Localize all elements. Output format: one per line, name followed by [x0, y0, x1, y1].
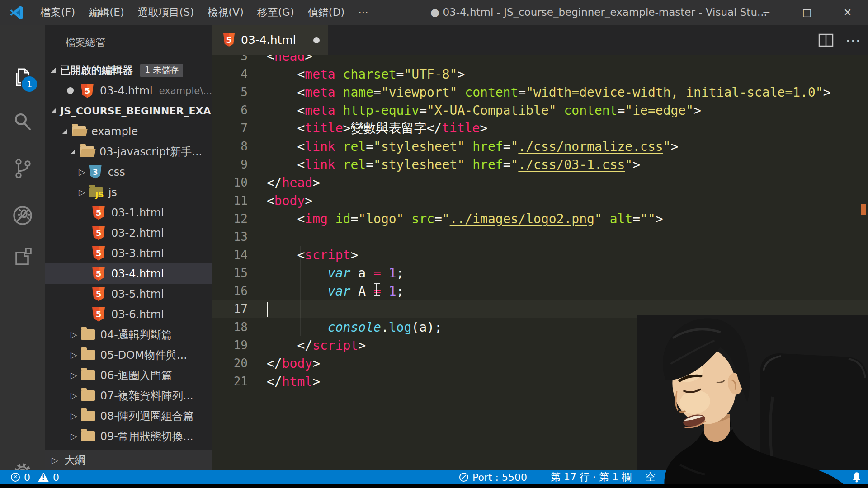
debug-icon[interactable]: [12, 205, 33, 226]
open-editors-section[interactable]: 已開啟的編輯器 1 未儲存: [45, 60, 212, 80]
tree-item-08-陣列迴圈組合篇[interactable]: ▷08-陣列迴圈組合篇: [45, 406, 212, 426]
code-line-6: 6 <meta http-equiv="X-UA-Compatible" con…: [212, 101, 868, 119]
line-number: 9: [212, 158, 248, 171]
code-line-15: 15 var a = 1;: [212, 264, 868, 282]
tree-item-label: 03-6.html: [111, 308, 164, 321]
split-editor-icon[interactable]: [818, 33, 834, 47]
chevron-collapsed-icon: ▷: [71, 351, 77, 359]
outline-section[interactable]: ▷ 大綱: [45, 450, 212, 470]
line-number: 15: [212, 266, 248, 280]
menu-item-6[interactable]: ⋯: [351, 0, 375, 25]
tree-item-label: 03-javascript新手...: [99, 145, 202, 159]
open-editor-item-03-4[interactable]: 5 03-4.html example\...: [45, 80, 212, 101]
sidebar-title: 檔案總管: [45, 25, 212, 52]
tree-item-03-5.html[interactable]: 503-5.html: [45, 284, 212, 304]
warnings-icon: [38, 473, 49, 482]
close-button[interactable]: ✕: [827, 0, 868, 25]
html-icon: 5: [92, 267, 105, 281]
chevron-expanded-icon: [62, 129, 67, 134]
tree-item-label: 03-2.html: [111, 227, 164, 239]
line-number: 12: [212, 212, 248, 225]
line-number: 6: [212, 103, 248, 117]
webcam-person: [637, 315, 868, 488]
css-icon: 3: [89, 165, 102, 179]
line-content: <link rel="stylesheet" href="./css/03-1.…: [248, 157, 640, 172]
mouse-ibeam-cursor: [376, 283, 377, 296]
tree-item-03-4.html[interactable]: 503-4.html: [45, 263, 212, 284]
line-number: 19: [212, 338, 248, 352]
tree-item-09-常用狀態切換...[interactable]: ▷09-常用狀態切換...: [45, 426, 212, 446]
source-control-icon[interactable]: [12, 158, 33, 179]
tree-item-07-複雜資料陣列...[interactable]: ▷07-複雜資料陣列...: [45, 385, 212, 406]
menu-item-5[interactable]: 偵錯(D): [301, 0, 352, 25]
chevron-collapsed-icon: ▷: [71, 330, 77, 339]
more-actions-icon[interactable]: ⋯: [845, 33, 861, 48]
tree-item-label: js: [108, 186, 117, 199]
line-number: 13: [212, 230, 248, 244]
code-line-14: 14 <script>: [212, 246, 868, 264]
code-line-7: 7 <title>變數與表留字</title>: [212, 119, 868, 137]
tree-item-label: 07-複雜資料陣列...: [100, 389, 193, 403]
tree-item-label: 03-3.html: [111, 247, 164, 260]
problems-status[interactable]: 0 0: [11, 470, 59, 484]
menu-item-2[interactable]: 選取項目(S): [131, 0, 201, 25]
tree-item-label: 03-5.html: [111, 288, 164, 300]
tree-item-03-1.html[interactable]: 503-1.html: [45, 202, 212, 223]
search-icon[interactable]: [12, 111, 33, 132]
tree-item-03-6.html[interactable]: 503-6.html: [45, 304, 212, 324]
extensions-icon[interactable]: [12, 246, 33, 267]
folder-icon: [81, 390, 95, 401]
person-head: [656, 315, 757, 431]
code-line-4: 4 <meta charset="UTF-8">: [212, 65, 868, 83]
live-server-port[interactable]: Port : 5500: [459, 470, 527, 484]
minimize-button[interactable]: ─: [746, 0, 787, 25]
folder-open-icon: [72, 126, 86, 136]
tree-item-05-DOM物件與...[interactable]: ▷05-DOM物件與...: [45, 345, 212, 365]
html-icon: 5: [92, 246, 105, 261]
line-content: var a = 1;: [248, 266, 404, 281]
line-content: var A = 1;: [248, 284, 404, 299]
menu-item-0[interactable]: 檔案(F): [33, 0, 82, 25]
maximize-button[interactable]: □: [787, 0, 827, 25]
tab-03-4-html[interactable]: 5 03-4.html: [212, 25, 328, 55]
line-content: <meta charset="UTF-8">: [248, 67, 465, 82]
chevron-collapsed-icon: ▷: [71, 412, 77, 420]
menu-item-1[interactable]: 編輯(E): [82, 0, 131, 25]
tree-item-css[interactable]: ▷3css: [45, 162, 212, 182]
tab-label: 03-4.html: [241, 33, 296, 47]
js-icon: JS: [89, 187, 103, 197]
folder-icon: [81, 431, 95, 441]
menu-item-3[interactable]: 檢視(V): [201, 0, 250, 25]
tree-item-03-2.html[interactable]: 503-2.html: [45, 223, 212, 243]
code-line-16: 16 var A = 1;: [212, 282, 868, 300]
chevron-collapsed-icon: ▷: [71, 432, 77, 441]
cursor-position-label: 第 17 行 · 第 1 欄: [551, 470, 632, 484]
tree-item-example[interactable]: example: [45, 121, 212, 141]
tree-item-06-迴圈入門篇[interactable]: ▷06-迴圈入門篇: [45, 365, 212, 385]
tree-item-label: 09-常用狀態切換...: [100, 429, 193, 444]
tab-modified-dot-icon: [313, 37, 320, 43]
line-number: 8: [212, 140, 248, 153]
tree-item-label: 06-迴圈入門篇: [100, 368, 172, 383]
tab-bar: 5 03-4.html ⋯: [212, 25, 868, 55]
line-content: <head>: [248, 55, 312, 64]
tree-item-label: 05-DOM物件與...: [100, 348, 187, 362]
chevron-expanded-icon: [71, 149, 75, 154]
tree-item-js[interactable]: ▷JSjs: [45, 182, 212, 202]
line-number: 3: [212, 55, 248, 63]
workspace-root-label: JS_COURSE_BEGINNER_EXA...: [60, 105, 212, 117]
line-content: </script>: [248, 338, 366, 353]
tree-item-04-邏輯判斷篇[interactable]: ▷04-邏輯判斷篇: [45, 324, 212, 345]
menu-item-4[interactable]: 移至(G): [250, 0, 301, 25]
folder-icon: [81, 329, 95, 340]
line-content: <body>: [248, 193, 312, 208]
port-icon: [459, 473, 468, 482]
tree-item-03-3.html[interactable]: 503-3.html: [45, 243, 212, 263]
cursor-position-status[interactable]: 第 17 行 · 第 1 欄: [551, 470, 632, 484]
chevron-collapsed-icon: ▷: [71, 371, 77, 380]
code-line-9: 9 <link rel="stylesheet" href="./css/03-…: [212, 155, 868, 174]
html-file-icon: 5: [81, 84, 94, 98]
tree-item-03-javascript新手...[interactable]: 03-javascript新手...: [45, 141, 212, 162]
workspace-root-section[interactable]: JS_COURSE_BEGINNER_EXA...: [45, 101, 212, 121]
unsaved-badge: 1 未儲存: [140, 64, 183, 77]
